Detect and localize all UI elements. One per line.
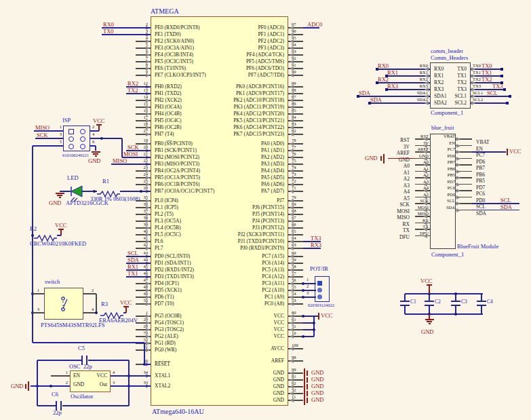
pin-number: 68 xyxy=(292,209,296,214)
pin-name: PE0 (RXD0/PCINT8) xyxy=(155,25,199,31)
pin-number: 81 xyxy=(292,375,296,379)
pin-number: 1 xyxy=(66,370,68,375)
led-symbol[interactable] xyxy=(69,184,85,202)
pin-number: 39 xyxy=(144,223,149,227)
pin-number: 35 xyxy=(144,195,149,200)
net-label: TX1 xyxy=(481,70,492,76)
pin-name: PF7 (ADC7/TDI) xyxy=(248,73,284,78)
module-pin-name: PB5 xyxy=(448,173,455,178)
pot-pin-contact xyxy=(317,281,322,286)
r1-symbol[interactable] xyxy=(97,188,120,195)
pin-name: PJ6 (PCINT15) xyxy=(252,205,284,210)
module-pin-label: PC6 xyxy=(476,191,485,197)
pin-name: PE5 (OC3C/INT5) xyxy=(155,59,193,64)
c6-value: 22p xyxy=(53,410,62,416)
comm-part-label: Component_1 xyxy=(431,110,463,116)
header-pin-name: SCL1 xyxy=(454,94,467,99)
pin-name: PH6 (OC2B) xyxy=(155,125,181,130)
module-pin-label: A4 xyxy=(404,189,410,195)
isp-title: ISP xyxy=(62,117,71,123)
module-pin-label: PC7 xyxy=(476,153,485,158)
osc-part-label: Oscillator xyxy=(71,394,94,400)
pin-number: 87 xyxy=(292,95,296,100)
r2-symbol[interactable] xyxy=(34,232,57,239)
pin-number: 1 xyxy=(37,288,39,293)
pin-name: PB6 (OC1B/PCINT6) xyxy=(155,182,199,187)
pin-name: PA5 (AD5) xyxy=(261,175,284,180)
pin-number: 29 xyxy=(144,318,149,322)
r3-symbol[interactable] xyxy=(100,309,123,316)
header-pin-label: TX2 xyxy=(473,77,481,82)
module-pin-name: PB7 xyxy=(448,160,455,165)
pin-name: PE4 (OC3B/INT4) xyxy=(155,52,193,58)
pin-number: 2 xyxy=(66,381,68,385)
pin-number: 26 xyxy=(144,186,149,191)
pin-name: PL6 xyxy=(155,239,163,244)
pin-name: PF4 (ADC4/TCK) xyxy=(246,52,284,58)
wire xyxy=(307,377,308,383)
module-pin-name: A3 xyxy=(423,180,429,185)
pin-number: 34 xyxy=(144,370,149,375)
osc-ref: OSC xyxy=(69,364,81,370)
pin-arrow-icon xyxy=(456,183,460,187)
pin-name: PK2 (ADC10/PCINT18) xyxy=(233,98,284,103)
pin-number: 1 xyxy=(307,278,309,282)
pin-number: 2 xyxy=(307,284,309,289)
wire xyxy=(59,197,61,198)
switch-symbol xyxy=(57,296,69,313)
junction-dot xyxy=(95,311,98,314)
vcc-label: VCC xyxy=(509,149,521,155)
wire xyxy=(111,375,151,377)
capacitor-ref: C3 xyxy=(461,299,467,305)
wire xyxy=(33,312,44,313)
pin-name: PG5 (OC0B) xyxy=(155,313,181,319)
module-pin-label: A1 xyxy=(404,170,410,176)
pin-name: PJ2 (XCK3/PCINT11) xyxy=(238,232,284,237)
pin-name: XTAL2 xyxy=(155,383,170,389)
module-pin-name: DFU xyxy=(420,231,429,236)
junction-dot xyxy=(313,328,315,331)
pin-name: PC4 (A12) xyxy=(262,274,284,280)
module-pin-label: RST xyxy=(400,138,410,143)
wire xyxy=(307,370,308,376)
wire xyxy=(83,293,96,294)
wire xyxy=(451,301,460,302)
pin-name: PJ1 (TXD3/PCINT10) xyxy=(238,239,284,244)
comm-title: comm_header xyxy=(431,48,463,54)
wire xyxy=(481,305,482,314)
module-pin-label: SCK xyxy=(399,202,410,208)
pin-number: 65 xyxy=(292,229,296,234)
header-pin-name: RX2 xyxy=(434,80,444,85)
module-pin-name: A2 xyxy=(423,173,429,178)
wire xyxy=(427,284,432,286)
pin-number: 3 xyxy=(307,291,309,296)
net-label: SCL xyxy=(487,90,498,96)
isp-header-body[interactable] xyxy=(63,126,90,151)
pin-number: 97 xyxy=(292,22,296,27)
wire xyxy=(37,360,82,361)
header-pin-name: RX3 xyxy=(434,87,444,92)
pin-arrow-icon xyxy=(456,150,460,154)
module-pin-name: RST xyxy=(420,134,429,139)
pin-name: AREF xyxy=(271,358,284,364)
wire xyxy=(95,155,97,157)
header-pin-name: RX0 xyxy=(434,66,444,72)
pin-name: PH0 (RXD2) xyxy=(155,84,182,90)
pin-number: 46 xyxy=(144,271,149,276)
r3-ref: R3 xyxy=(101,301,108,307)
module-pin-label: A0 xyxy=(404,164,410,169)
wire xyxy=(123,306,129,307)
header-pin-label: TX3 xyxy=(473,84,481,89)
pin-number: 22 xyxy=(144,159,149,164)
c6-ref: C6 xyxy=(52,392,58,398)
wire xyxy=(56,193,64,194)
pin-number: 96 xyxy=(292,29,296,34)
wire xyxy=(400,301,410,302)
pin-number: 89 xyxy=(292,81,296,86)
junction-dot xyxy=(302,335,304,338)
pin-name: GND xyxy=(273,398,284,403)
gnd-label: GND xyxy=(311,383,323,389)
pin-name: PK5 (ADC13/PCINT21) xyxy=(233,118,284,123)
pin-number: 69 xyxy=(292,202,296,207)
header-pin-label: TX0 xyxy=(473,64,481,69)
